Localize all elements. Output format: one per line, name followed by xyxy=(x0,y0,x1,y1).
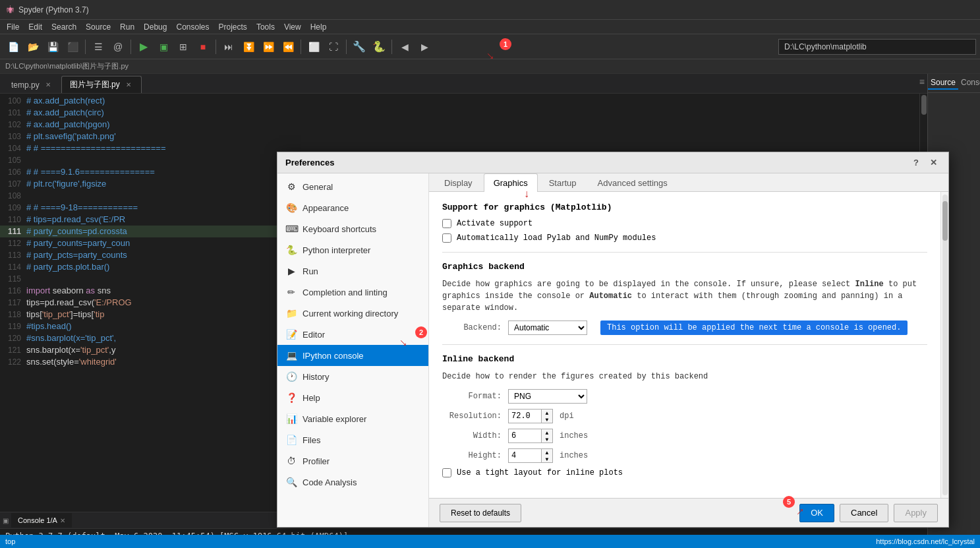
console-icon-area: ▣ xyxy=(3,517,9,524)
back-btn[interactable]: ◀ xyxy=(395,38,414,56)
settings-btn[interactable]: 🔧 xyxy=(350,38,368,56)
tab-display[interactable]: Display xyxy=(434,173,482,192)
activate-support-checkbox[interactable] xyxy=(442,219,451,228)
save-all-btn[interactable]: ⬛ xyxy=(63,38,82,56)
menu-help[interactable]: Help xyxy=(306,21,331,33)
resolution-arrows: ▲ ▼ xyxy=(541,409,553,423)
sidebar-completion[interactable]: ✏ Completion and linting xyxy=(277,282,428,303)
width-up[interactable]: ▲ xyxy=(542,429,552,436)
width-down[interactable]: ▼ xyxy=(542,436,552,442)
menu-run[interactable]: Run xyxy=(116,21,138,33)
dialog-help-btn[interactable]: ? xyxy=(909,156,923,170)
graphics-backend-title: Graphics backend xyxy=(442,262,927,272)
tab-menu-btn[interactable]: ≡ xyxy=(919,76,925,87)
sidebar-run[interactable]: ▶ Run xyxy=(277,260,428,282)
at-btn[interactable]: @ xyxy=(109,38,127,56)
pylab-checkbox[interactable] xyxy=(442,233,451,243)
backend-description: Decide how graphics are going to be disp… xyxy=(442,278,927,314)
sidebar-cwd[interactable]: 📁 Current working directory xyxy=(277,303,428,324)
app-title: Spyder (Python 3.7) xyxy=(18,5,89,15)
sidebar-appearance[interactable]: 🎨 Appearance xyxy=(277,197,428,218)
format-row: Format: PNG SVG xyxy=(442,389,927,404)
sidebar-help-label: Help xyxy=(303,393,320,403)
open-btn[interactable]: 📂 xyxy=(24,38,42,56)
menu-tools[interactable]: Tools xyxy=(252,21,279,33)
step2-btn[interactable]: ⏬ xyxy=(239,38,258,56)
stop-btn[interactable]: ■ xyxy=(194,38,212,56)
run-btn[interactable]: ▶ xyxy=(134,38,153,56)
sidebar-keyboard[interactable]: ⌨ Keyboard shortcuts xyxy=(277,218,428,239)
backend-tooltip: This option will be applied the next tim… xyxy=(600,320,908,335)
new-file-btn[interactable]: 📄 xyxy=(4,38,22,56)
backend-field-row: Backend: Automatic Inline This option wi… xyxy=(442,320,927,335)
right-tab-source[interactable]: Source xyxy=(928,76,958,90)
tab-advanced[interactable]: Advanced settings xyxy=(588,173,677,192)
menu-projects[interactable]: Projects xyxy=(215,21,251,33)
tab-startup[interactable]: Startup xyxy=(539,173,587,192)
sidebar-files[interactable]: 📄 Files xyxy=(277,429,428,450)
menu-bar: File Edit Search Source Run Debug Consol… xyxy=(0,20,980,34)
cancel-btn[interactable]: Cancel xyxy=(840,504,888,522)
cwd-icon: 📁 xyxy=(285,308,297,319)
dialog-body: ⚙ General 🎨 Appearance ⌨ Keyboard shortc… xyxy=(277,173,948,527)
menu-debug[interactable]: Debug xyxy=(140,21,171,33)
dialog-close-btn[interactable]: ✕ xyxy=(926,156,940,170)
forward-btn[interactable]: ▶ xyxy=(415,38,434,56)
close-console-tab[interactable]: ✕ xyxy=(60,517,65,524)
right-tab-console[interactable]: Console xyxy=(958,76,980,90)
height-unit: inches xyxy=(560,451,588,460)
menu-consoles[interactable]: Consoles xyxy=(172,21,213,33)
reset-defaults-btn[interactable]: Reset to defaults xyxy=(440,504,521,522)
dialog-vertical-scrollbar[interactable] xyxy=(940,192,948,498)
sidebar-history[interactable]: 🕐 History xyxy=(277,366,428,387)
step3-btn[interactable]: ⏩ xyxy=(259,38,277,56)
resolution-unit: dpi xyxy=(560,411,574,421)
save-btn[interactable]: 💾 xyxy=(43,38,62,56)
resolution-input[interactable] xyxy=(508,409,541,423)
height-up[interactable]: ▲ xyxy=(542,449,552,456)
height-input[interactable] xyxy=(508,448,541,463)
sidebar-ipython-label: IPython console xyxy=(303,351,364,361)
sidebar-editor-label: Editor xyxy=(303,330,325,340)
menu-edit[interactable]: Edit xyxy=(24,21,46,33)
format-select[interactable]: PNG SVG xyxy=(508,389,587,404)
resolution-up[interactable]: ▲ xyxy=(542,410,552,416)
sidebar-code-analysis[interactable]: 🔍 Code Analysis xyxy=(277,472,428,493)
list-btn[interactable]: ☰ xyxy=(89,38,107,56)
tab-main-py[interactable]: 图片与子图.py ✕ xyxy=(61,76,142,93)
run-cell-btn[interactable]: ⊞ xyxy=(174,38,192,56)
python-btn[interactable]: 🐍 xyxy=(370,38,388,56)
tab-graphics[interactable]: Graphics xyxy=(484,173,538,192)
apply-btn[interactable]: Apply xyxy=(894,504,938,522)
format-label: Format: xyxy=(442,392,502,401)
close-tab-temp[interactable]: ✕ xyxy=(43,80,53,90)
height-down[interactable]: ▼ xyxy=(542,456,552,462)
tight-layout-checkbox[interactable] xyxy=(442,468,451,477)
tab-temp-py[interactable]: temp.py ✕ xyxy=(3,76,61,93)
ok-btn[interactable]: OK xyxy=(799,504,834,522)
sidebar-ipython[interactable]: 💻 IPython console xyxy=(277,345,428,366)
menu-source[interactable]: Source xyxy=(82,21,115,33)
fullscreen-btn[interactable]: ⛶ xyxy=(324,38,343,56)
close-tab-main[interactable]: ✕ xyxy=(124,80,133,90)
maximize-btn[interactable]: ⬜ xyxy=(304,38,323,56)
menu-search[interactable]: Search xyxy=(47,21,80,33)
sidebar-help[interactable]: ❓ Help xyxy=(277,387,428,408)
step-btn[interactable]: ⏭ xyxy=(219,38,238,56)
sidebar-variable[interactable]: 📊 Variable explorer xyxy=(277,408,428,429)
dialog-sidebar: ⚙ General 🎨 Appearance ⌨ Keyboard shortc… xyxy=(277,173,429,527)
sidebar-profiler[interactable]: ⏱ Profiler xyxy=(277,450,428,472)
console-tab-1a[interactable]: Console 1/A ✕ xyxy=(11,513,72,528)
width-input[interactable] xyxy=(508,429,541,443)
menu-file[interactable]: File xyxy=(3,21,23,33)
sidebar-general[interactable]: ⚙ General xyxy=(277,176,428,197)
resolution-down[interactable]: ▼ xyxy=(542,416,552,423)
sidebar-python[interactable]: 🐍 Python interpreter xyxy=(277,239,428,260)
debug-btn[interactable]: ▣ xyxy=(154,38,173,56)
scrollbar-thumb xyxy=(942,201,948,241)
menu-view[interactable]: View xyxy=(280,21,305,33)
sidebar-editor[interactable]: 📝 Editor xyxy=(277,324,428,345)
backend-select[interactable]: Automatic Inline xyxy=(508,320,587,335)
history-icon: 🕐 xyxy=(285,371,297,382)
step4-btn[interactable]: ⏪ xyxy=(279,38,297,56)
